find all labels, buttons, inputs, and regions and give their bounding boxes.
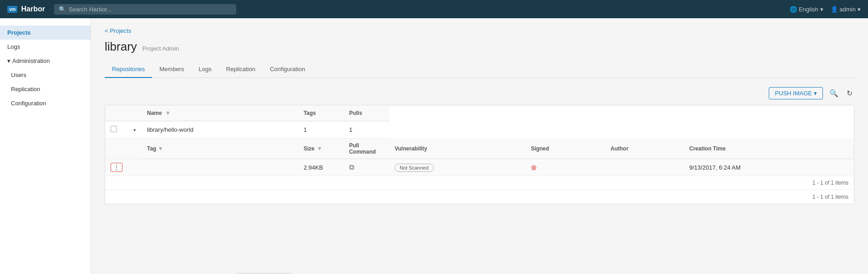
tab-configuration[interactable]: Configuration bbox=[263, 61, 312, 78]
row-expand-button[interactable]: ▾ bbox=[133, 127, 136, 133]
sub-row-author-cell bbox=[605, 159, 684, 176]
repositories-table: Name ▼ Tags Pulls bbox=[105, 105, 854, 204]
sub-row-created-value: 9/13/2017, 6:24 AM bbox=[689, 164, 741, 171]
sidebar-projects-label: Projects bbox=[7, 29, 30, 36]
row-tags-cell: 1 bbox=[298, 121, 344, 139]
brand-name: Harbor bbox=[21, 5, 45, 13]
topnav: vm Harbor 🔍 🌐 English ▾ 👤 admin ▾ bbox=[0, 0, 868, 18]
page-header: library Project Admin bbox=[105, 40, 854, 54]
col-header-name: Name ▼ bbox=[142, 105, 298, 121]
search-button[interactable]: 🔍 bbox=[827, 87, 840, 99]
row-pulls-cell: 1 bbox=[344, 121, 389, 139]
topnav-right: 🌐 English ▾ 👤 admin ▾ bbox=[790, 6, 861, 13]
page-subtitle: Project Admin bbox=[142, 45, 179, 52]
lang-chevron-icon: ▾ bbox=[820, 6, 823, 13]
sidebar: Projects Logs ▾ Administration Users Rep… bbox=[0, 18, 91, 274]
col-header-tags: Tags bbox=[298, 105, 344, 121]
sub-row-menu-button[interactable]: ⋮ bbox=[111, 163, 122, 172]
sub-pagination-text: 1 - 1 of 1 items bbox=[812, 180, 848, 186]
sub-pagination: 1 - 1 of 1 items bbox=[105, 176, 854, 190]
sidebar-administration-label: Administration bbox=[12, 57, 50, 64]
page-title: library bbox=[105, 40, 137, 54]
sub-col-signed-label: Signed bbox=[531, 145, 549, 152]
sub-row-size-cell: 2.94KB bbox=[298, 159, 344, 176]
main-content: < Projects library Project Admin Reposit… bbox=[91, 18, 868, 274]
breadcrumb[interactable]: < Projects bbox=[105, 27, 854, 34]
sub-col-size-label: Size bbox=[304, 145, 315, 152]
sub-col-created: Creation Time bbox=[684, 139, 854, 159]
search-input[interactable] bbox=[69, 6, 232, 13]
sidebar-item-logs[interactable]: Logs bbox=[0, 40, 91, 54]
sub-col-signed: Signed bbox=[525, 139, 605, 159]
sub-col-tag-filter-icon: ▼ bbox=[158, 145, 163, 152]
search-bar[interactable]: 🔍 bbox=[54, 4, 236, 15]
sidebar-configuration-label: Configuration bbox=[11, 100, 46, 107]
sub-header-spacer bbox=[105, 139, 142, 159]
push-image-label: PUSH IMAGE bbox=[775, 90, 812, 97]
user-icon: 👤 bbox=[831, 6, 838, 13]
col-name-filter-icon: ▼ bbox=[165, 110, 171, 116]
table-row: ▾ ⋮ library/hello-world 1 1 bbox=[105, 121, 854, 139]
user-chevron-icon: ▾ bbox=[858, 6, 861, 13]
language-selector[interactable]: 🌐 English ▾ bbox=[790, 6, 823, 13]
col-header-expand bbox=[128, 105, 142, 121]
tab-replication[interactable]: Replication bbox=[219, 61, 263, 78]
sidebar-logs-label: Logs bbox=[7, 43, 20, 50]
row-pulls-value: 1 bbox=[349, 126, 352, 133]
vm-logo-icon: vm bbox=[7, 6, 17, 13]
sidebar-item-configuration[interactable]: Configuration bbox=[4, 96, 91, 110]
toolbar: PUSH IMAGE ▾ 🔍 ↻ bbox=[105, 87, 854, 99]
sub-row-pullcmd-cell: ⧉ bbox=[344, 159, 389, 176]
sidebar-item-projects[interactable]: Projects bbox=[0, 26, 91, 40]
copy-pull-command-icon[interactable]: ⧉ bbox=[349, 163, 354, 171]
logo[interactable]: vm Harbor bbox=[7, 5, 45, 13]
user-menu[interactable]: 👤 admin ▾ bbox=[831, 6, 861, 13]
sub-row-signed-cell: ⊗ bbox=[525, 159, 605, 176]
col-name-label: Name bbox=[147, 110, 162, 116]
sub-col-vuln: Vulnerability bbox=[389, 139, 525, 159]
user-label: admin bbox=[840, 6, 856, 13]
sub-col-size-filter-icon: ▼ bbox=[317, 145, 322, 152]
sub-col-size: Size ▼ bbox=[298, 139, 344, 159]
row-checkbox[interactable] bbox=[111, 126, 117, 132]
globe-icon: 🌐 bbox=[790, 6, 797, 13]
sidebar-item-users[interactable]: Users bbox=[4, 68, 91, 82]
col-pulls-label: Pulls bbox=[349, 110, 362, 116]
table-header-row: Name ▼ Tags Pulls bbox=[105, 105, 854, 121]
row-name-cell: ⋮ library/hello-world bbox=[142, 121, 298, 139]
main-pagination: 1 - 1 of 1 items bbox=[105, 190, 854, 204]
row-name-value: library/hello-world bbox=[147, 126, 193, 133]
sub-col-pullcmd-label: Pull Command bbox=[349, 142, 376, 155]
push-chevron-icon: ▾ bbox=[814, 90, 817, 97]
refresh-button[interactable]: ↻ bbox=[845, 87, 854, 99]
sub-col-author: Author bbox=[605, 139, 684, 159]
push-image-button[interactable]: PUSH IMAGE ▾ bbox=[769, 87, 823, 99]
search-icon: 🔍 bbox=[59, 6, 66, 13]
sidebar-administration-header[interactable]: ▾ Administration bbox=[0, 54, 91, 68]
sub-col-tag: Tag ▼ bbox=[142, 139, 298, 159]
sub-row-tag-cell bbox=[128, 159, 298, 176]
col-tags-label: Tags bbox=[304, 110, 316, 116]
layout: Projects Logs ▾ Administration Users Rep… bbox=[0, 18, 868, 274]
sub-col-pullcmd: Pull Command bbox=[344, 139, 389, 159]
sub-row-vuln-cell: Not Scanned bbox=[389, 159, 525, 176]
tab-members[interactable]: Members bbox=[152, 61, 191, 78]
tabs: Repositories Members Logs Replication Co… bbox=[105, 61, 854, 78]
sidebar-users-label: Users bbox=[11, 72, 26, 78]
sub-col-vuln-label: Vulnerability bbox=[395, 145, 427, 152]
collapse-icon: ▾ bbox=[7, 57, 10, 64]
vulnerability-badge: Not Scanned bbox=[395, 164, 434, 172]
sub-col-author-label: Author bbox=[610, 145, 628, 152]
table-wrapper: Name ▼ Tags Pulls bbox=[105, 105, 854, 204]
sub-header-row: Tag ▼ Size ▼ Pull Command Vuln bbox=[105, 139, 854, 159]
col-header-pulls: Pulls bbox=[344, 105, 389, 121]
sub-data-row: ⋮ 2.94KB ⧉ Not Scanned bbox=[105, 159, 854, 176]
main-table: Name ▼ Tags Pulls bbox=[105, 105, 854, 176]
sidebar-admin-sub: Users Replication Configuration bbox=[0, 68, 91, 110]
sub-col-created-label: Creation Time bbox=[689, 145, 726, 152]
tab-logs[interactable]: Logs bbox=[191, 61, 218, 78]
signed-x-icon: ⊗ bbox=[531, 164, 537, 171]
sidebar-item-replication[interactable]: Replication bbox=[4, 82, 91, 96]
tab-repositories[interactable]: Repositories bbox=[105, 61, 152, 78]
row-tags-value: 1 bbox=[304, 126, 307, 133]
